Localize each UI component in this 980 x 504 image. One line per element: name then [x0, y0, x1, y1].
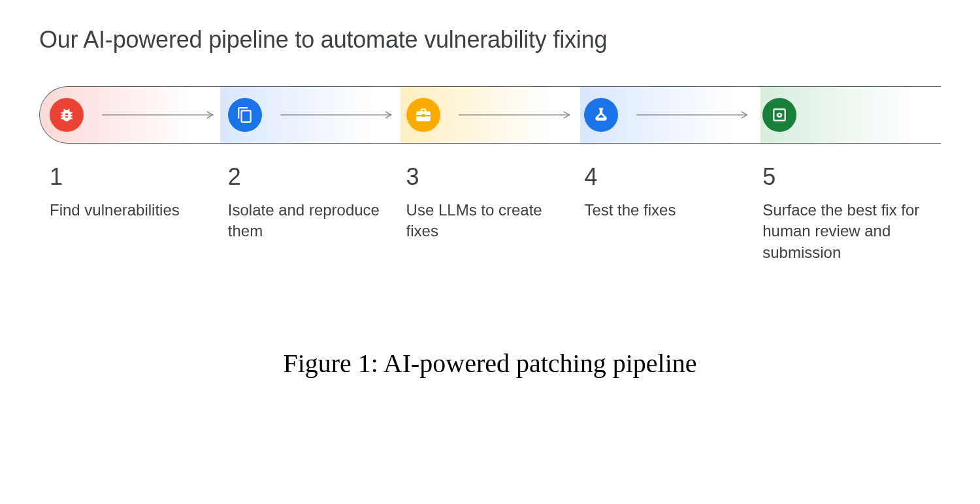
step-desc-3: Use LLMs to create fixes — [406, 200, 565, 242]
step-number-1: 1 — [50, 163, 208, 191]
step-number-3: 3 — [406, 163, 565, 191]
step-cell-1 — [39, 98, 228, 132]
step-desc-1: Find vulnerabilities — [50, 200, 208, 221]
step-number-4: 4 — [584, 163, 743, 191]
figure-container: Our AI-powered pipeline to automate vuln… — [0, 0, 980, 379]
bug-icon — [50, 98, 84, 132]
step-desc-4: Test the fixes — [584, 200, 743, 221]
label-3: 3 Use LLMs to create fixes — [406, 163, 585, 263]
icons-row — [39, 86, 941, 144]
figure-caption: Figure 1: AI-powered patching pipeline — [39, 348, 941, 379]
step-cell-5 — [762, 98, 941, 132]
copy-icon — [228, 98, 262, 132]
arrow-1 — [84, 108, 228, 121]
label-2: 2 Isolate and reproduce them — [228, 163, 406, 263]
diagram-title: Our AI-powered pipeline to automate vuln… — [39, 26, 941, 54]
step-desc-2: Isolate and reproduce them — [228, 200, 387, 242]
step-cell-4 — [584, 98, 762, 132]
label-5: 5 Surface the best fix for human review … — [762, 163, 941, 263]
step-number-5: 5 — [762, 163, 921, 191]
step-cell-3 — [406, 98, 585, 132]
step-cell-2 — [228, 98, 406, 132]
arrow-4 — [618, 108, 762, 121]
label-1: 1 Find vulnerabilities — [39, 163, 228, 263]
arrow-2 — [262, 108, 406, 121]
labels-row: 1 Find vulnerabilities 2 Isolate and rep… — [39, 163, 941, 263]
toolbox-icon — [406, 98, 440, 132]
arrow-trailing-space — [796, 108, 941, 121]
arrow-3 — [440, 108, 585, 121]
flask-icon — [584, 98, 618, 132]
pipeline-track — [39, 86, 941, 144]
step-desc-5: Surface the best fix for human review an… — [762, 200, 921, 263]
step-number-2: 2 — [228, 163, 387, 191]
label-4: 4 Test the fixes — [584, 163, 762, 263]
preview-icon — [762, 98, 796, 132]
